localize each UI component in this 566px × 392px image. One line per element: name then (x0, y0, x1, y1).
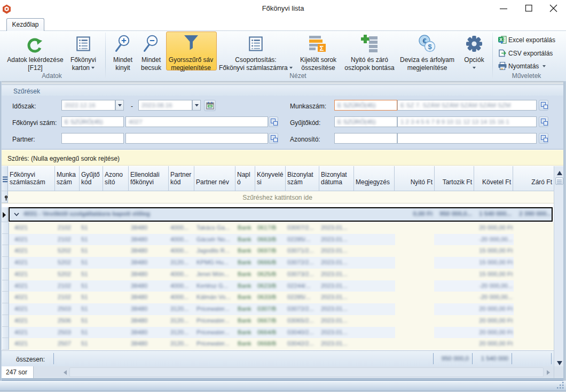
svg-text:$: $ (428, 43, 432, 51)
svg-text:Σ: Σ (320, 44, 324, 52)
